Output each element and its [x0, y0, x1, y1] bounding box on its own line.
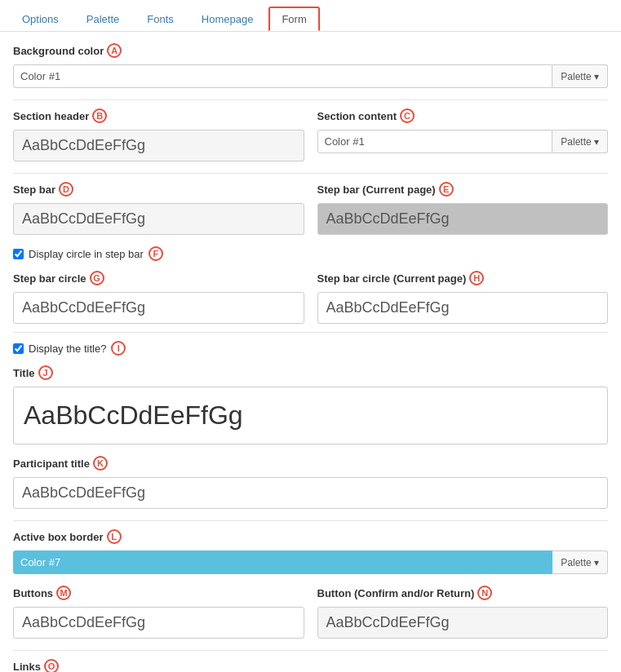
links-badge: O — [44, 659, 59, 672]
tab-form[interactable]: Form — [268, 7, 319, 31]
participant-title-text: Participant title — [13, 458, 90, 470]
step-circle-preview: AaBbCcDdEeFfGg — [13, 292, 304, 324]
active-box-palette-btn[interactable]: Palette — [552, 550, 608, 574]
tab-fonts[interactable]: Fonts — [135, 7, 186, 31]
display-title-text: Display the title? — [29, 343, 106, 355]
display-circle-badge: F — [149, 246, 163, 261]
participant-title-label: Participant title K — [13, 456, 608, 471]
section-header-label: Section header B — [13, 108, 304, 123]
step-bar-current-col: Step bar (Current page) E AaBbCcDdEeFfGg — [317, 182, 609, 235]
links-label: Links O — [13, 659, 608, 672]
tab-options[interactable]: Options — [10, 7, 71, 31]
bg-color-input[interactable] — [13, 64, 552, 88]
title-preview: AaBbCcDdEeFfGg — [13, 387, 608, 444]
step-circle-current-label: Step bar circle (Current page) H — [317, 271, 609, 285]
step-circle-current-col: Step bar circle (Current page) H AaBbCcD… — [317, 271, 609, 324]
step-circle-label: Step bar circle G — [13, 271, 304, 285]
step-bar-current-label: Step bar (Current page) E — [317, 182, 609, 197]
step-circle-col: Step bar circle G AaBbCcDdEeFfGg — [13, 271, 304, 324]
section-header-preview: AaBbCcDdEeFfGg — [13, 130, 304, 161]
step-circle-current-badge: H — [469, 271, 484, 285]
buttons-row: Buttons M AaBbCcDdEeFfGg Button (Confirm… — [13, 586, 608, 639]
section-content-input-group: Palette — [317, 130, 609, 153]
active-box-input[interactable] — [13, 550, 552, 574]
tab-palette[interactable]: Palette — [74, 7, 131, 31]
section-header-badge: B — [92, 108, 107, 123]
section-content-badge: C — [400, 108, 415, 123]
active-box-text: Active box border — [13, 531, 104, 543]
buttons-col: Buttons M AaBbCcDdEeFfGg — [13, 586, 304, 639]
bg-color-input-group: Palette — [13, 64, 608, 88]
participant-title-preview: AaBbCcDdEeFfGg — [13, 477, 608, 509]
step-bar-current-preview: AaBbCcDdEeFfGg — [317, 203, 609, 235]
step-circle-row: Step bar circle G AaBbCcDdEeFfGg Step ba… — [13, 271, 608, 324]
section-header-text: Section header — [13, 110, 89, 122]
main-content: Background color A Palette Section heade… — [0, 32, 621, 672]
active-box-label: Active box border L — [13, 529, 608, 544]
step-bar-badge: D — [59, 182, 73, 197]
section-content-label: Section content C — [317, 108, 609, 123]
bg-color-palette-btn[interactable]: Palette — [552, 64, 608, 88]
buttons-preview: AaBbCcDdEeFfGg — [13, 607, 304, 639]
step-bar-row: Step bar D AaBbCcDdEeFfGg Step bar (Curr… — [13, 182, 608, 235]
display-title-badge: I — [111, 341, 126, 356]
step-circle-current-preview: AaBbCcDdEeFfGg — [317, 292, 609, 324]
buttons-badge: M — [56, 586, 71, 600]
section-header-content-row: Section header B AaBbCcDdEeFfGg Section … — [13, 108, 608, 161]
nav-tabs: Options Palette Fonts Homepage Form — [0, 0, 621, 32]
bg-color-badge: A — [107, 43, 122, 58]
active-box-input-group: Palette — [13, 550, 608, 574]
section-content-text: Section content — [317, 110, 397, 122]
display-circle-checkbox[interactable] — [13, 249, 24, 259]
step-bar-col: Step bar D AaBbCcDdEeFfGg — [13, 182, 304, 235]
tab-homepage[interactable]: Homepage — [189, 7, 266, 31]
section-content-palette-btn[interactable]: Palette — [552, 130, 608, 153]
step-bar-current-badge: E — [439, 182, 454, 197]
step-bar-preview: AaBbCcDdEeFfGg — [13, 203, 304, 235]
step-circle-current-text: Step bar circle (Current page) — [317, 272, 467, 285]
button-confirm-preview: AaBbCcDdEeFfGg — [317, 607, 609, 639]
title-text: Title — [13, 367, 35, 379]
button-confirm-text: Button (Confirm and/or Return) — [317, 587, 475, 599]
title-badge: J — [38, 365, 53, 380]
bg-color-label: Background color A — [13, 43, 608, 58]
section-header-col: Section header B AaBbCcDdEeFfGg — [13, 108, 304, 161]
button-confirm-label: Button (Confirm and/or Return) N — [317, 586, 609, 600]
display-title-row: Display the title? I — [13, 341, 608, 356]
step-bar-text: Step bar — [13, 183, 55, 196]
buttons-text: Buttons — [13, 587, 53, 599]
button-confirm-col: Button (Confirm and/or Return) N AaBbCcD… — [317, 586, 609, 639]
participant-title-badge: K — [93, 456, 108, 471]
button-confirm-badge: N — [477, 586, 492, 600]
buttons-label: Buttons M — [13, 586, 304, 600]
display-circle-text: Display circle in step bar — [29, 248, 144, 260]
title-label: Title J — [13, 365, 608, 380]
section-content-input[interactable] — [317, 130, 553, 153]
display-circle-row: Display circle in step bar F — [13, 246, 608, 261]
step-circle-text: Step bar circle — [13, 272, 86, 285]
links-text: Links — [13, 661, 41, 673]
active-box-badge: L — [107, 529, 122, 544]
step-bar-current-text: Step bar (Current page) — [317, 183, 436, 196]
display-title-checkbox[interactable] — [13, 343, 24, 354]
step-circle-badge: G — [90, 271, 104, 285]
step-bar-label: Step bar D — [13, 182, 304, 197]
bg-color-text: Background color — [13, 45, 104, 57]
section-content-col: Section content C Palette — [317, 108, 609, 161]
